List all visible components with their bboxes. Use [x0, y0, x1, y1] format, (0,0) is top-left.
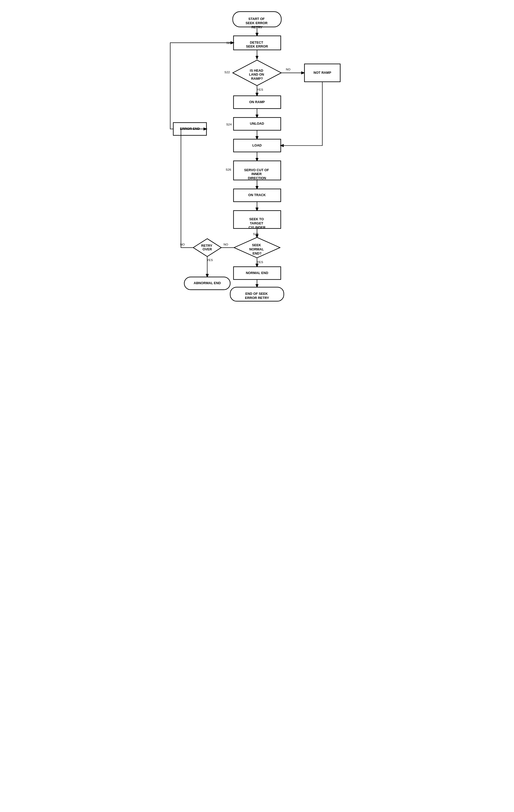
on-track-node: ON TRACK	[248, 193, 266, 197]
no-seek-normal: NO	[224, 242, 228, 246]
on-ramp-node: ON RAMP	[249, 100, 265, 104]
seek-target-node: SEEK TO TARGET CYLINDER	[249, 218, 265, 229]
s22-label: S22	[225, 70, 230, 74]
yes-label-ramp: YES	[257, 88, 263, 91]
s28-label: S28	[253, 232, 259, 236]
end-seek-node: END OF SEEK ERROR RETRY	[245, 292, 269, 300]
flowchart-container: START OF SEEK ERROR RETRY S20 DETECT SEE…	[166, 8, 348, 295]
no-label-diamond: NO	[286, 67, 290, 71]
s24-label: S24	[226, 123, 231, 126]
yes-seek-normal: YES	[257, 260, 263, 264]
s26-label: S26	[226, 168, 231, 171]
abnormal-end-node: ABNORMAL END	[194, 281, 221, 285]
yes-retry: YES	[207, 258, 213, 262]
load-node: LOAD	[252, 143, 262, 147]
retry-over-node: RETRY OVER	[201, 244, 213, 252]
normal-end-node: NORMAL END	[246, 271, 268, 275]
is-head-land-node: IS HEAD LAND ON RAMP?	[249, 68, 265, 81]
unload-node: UNLOAD	[250, 122, 264, 125]
error-end-node: ERROR END	[180, 127, 200, 130]
not-ramp-node: NOT RAMP	[313, 71, 331, 75]
